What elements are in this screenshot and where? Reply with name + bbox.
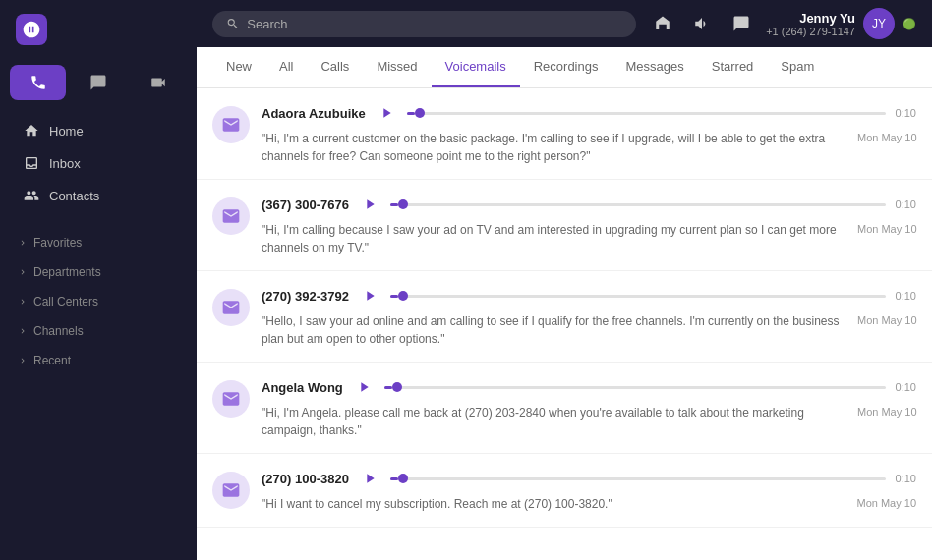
vm-play-button[interactable] (359, 194, 380, 215)
tab-spam[interactable]: Spam (767, 47, 828, 87)
vm-progress-fill (390, 203, 398, 206)
tab-calls[interactable]: Calls (307, 47, 363, 87)
sidebar-tab-group (0, 59, 197, 106)
tab-missed[interactable]: Missed (363, 47, 431, 87)
vm-duration: 0:10 (896, 198, 916, 210)
vm-content: (270) 100-3820 0:10 "Hi I want to cancel… (262, 468, 916, 513)
user-profile[interactable]: Jenny Yu +1 (264) 279-1147 JY 🟢 (766, 8, 916, 39)
vm-header-row: (367) 300-7676 0:10 (262, 194, 916, 215)
logo-area (0, 0, 197, 59)
tab-starred[interactable]: Starred (698, 47, 768, 87)
vm-progress-dot (398, 291, 408, 301)
voicemail-item: (270) 392-3792 0:10 "Hello, I saw your a… (197, 271, 932, 363)
vm-duration: 0:10 (896, 107, 916, 119)
vm-caller-name: (270) 392-3792 (262, 289, 349, 304)
sidebar-section-recent[interactable]: Recent (0, 346, 197, 375)
vm-header-row: Adaora Azubuike 0:10 (262, 102, 916, 124)
vm-play-button[interactable] (353, 376, 375, 398)
search-bar[interactable] (212, 11, 636, 37)
vm-date: Mon May 10 (857, 130, 916, 143)
sidebar-item-inbox-label: Inbox (49, 156, 81, 171)
vm-caller-name: Angela Wong (262, 380, 343, 395)
sidebar-section-channels-label: Channels (33, 324, 84, 338)
tab-chat[interactable] (70, 65, 126, 100)
tab-phone[interactable] (10, 65, 66, 100)
vm-body-row: "Hello, I saw your ad online and am call… (262, 312, 916, 348)
vm-caller-name: Adaora Azubuike (262, 106, 366, 121)
sidebar-section-departments[interactable]: Departments (0, 257, 197, 287)
tab-all[interactable]: All (265, 47, 307, 87)
sidebar-item-inbox[interactable]: Inbox (6, 147, 191, 179)
vm-progress-fill (390, 477, 398, 480)
vm-content: Adaora Azubuike 0:10 "Hi, I'm a current … (262, 102, 916, 165)
main-content: Jenny Yu +1 (264) 279-1147 JY 🟢 New All … (197, 0, 932, 560)
search-icon (226, 17, 239, 30)
vm-progress-bar[interactable] (390, 203, 886, 206)
tab-messages[interactable]: Messages (612, 47, 697, 87)
vm-play-button[interactable] (376, 102, 397, 124)
vm-caller-name: (367) 300-7676 (262, 197, 349, 212)
message-icon[interactable] (727, 9, 756, 38)
vm-date: Mon May 10 (857, 312, 916, 326)
vm-progress-dot (398, 474, 408, 483)
notification-icon[interactable] (648, 9, 677, 38)
vm-progress-bar[interactable] (390, 295, 886, 298)
vm-progress-dot (392, 382, 402, 392)
header-actions: Jenny Yu +1 (264) 279-1147 JY 🟢 (648, 8, 916, 39)
tab-voicemails[interactable]: Voicemails (432, 47, 520, 87)
vm-header-row: (270) 100-3820 0:10 (262, 468, 916, 489)
vm-duration: 0:10 (896, 473, 916, 484)
search-input[interactable] (247, 17, 622, 31)
sidebar-section-recent-label: Recent (33, 354, 71, 367)
vm-avatar (212, 289, 250, 326)
vm-body-row: "Hi, I'm Angela. please call me back at … (262, 404, 916, 439)
vm-progress-bar[interactable] (390, 477, 886, 480)
vm-caller-name: (270) 100-3820 (262, 472, 349, 486)
sidebar-item-home-label: Home (49, 124, 84, 139)
sidebar-item-contacts[interactable]: Contacts (6, 180, 191, 211)
vm-body-row: "Hi I want to cancel my subscription. Re… (262, 495, 916, 513)
vm-date: Mon May 10 (857, 404, 916, 418)
sidebar-section-channels[interactable]: Channels (0, 316, 197, 346)
speaker-icon[interactable] (687, 9, 717, 38)
vm-progress-bar[interactable] (407, 112, 886, 115)
vm-progress-fill (407, 112, 415, 115)
vm-progress-fill (384, 386, 392, 389)
vm-body-row: "Hi, I'm a current customer on the basic… (262, 130, 916, 165)
vm-transcript: "Hi I want to cancel my subscription. Re… (262, 495, 612, 513)
content-tab-bar: New All Calls Missed Voicemails Recordin… (197, 47, 932, 88)
sidebar-item-home[interactable]: Home (6, 115, 191, 146)
vm-transcript: "Hi, I'm a current customer on the basic… (262, 130, 847, 165)
vm-header-row: (270) 392-3792 0:10 (262, 285, 916, 307)
sidebar-section-favorites[interactable]: Favorites (0, 228, 197, 257)
user-name: Jenny Yu (766, 11, 855, 26)
sidebar-section-departments-label: Departments (33, 265, 101, 279)
vm-duration: 0:10 (896, 381, 916, 393)
user-phone: +1 (264) 279-1147 (766, 26, 855, 37)
vm-avatar (212, 106, 250, 143)
sidebar-navigation: Home Inbox Contacts (0, 106, 197, 220)
vm-content: (367) 300-7676 0:10 "Hi, I'm calling bec… (262, 194, 916, 256)
vm-play-button[interactable] (359, 285, 380, 307)
vm-body-row: "Hi, I'm calling because I saw your ad o… (262, 221, 916, 256)
vm-header-row: Angela Wong 0:10 (262, 376, 916, 398)
vm-content: (270) 392-3792 0:10 "Hello, I saw your a… (262, 285, 916, 348)
app-logo (16, 14, 47, 45)
vm-transcript: "Hi, I'm Angela. please call me back at … (262, 404, 847, 439)
vm-play-button[interactable] (359, 468, 380, 489)
vm-duration: 0:10 (896, 290, 916, 302)
tab-new[interactable]: New (212, 47, 265, 87)
tab-video[interactable] (131, 65, 187, 100)
voicemail-item: Adaora Azubuike 0:10 "Hi, I'm a current … (197, 88, 932, 180)
vm-content: Angela Wong 0:10 "Hi, I'm Angela. please… (262, 376, 916, 439)
vm-date: Mon May 10 (857, 221, 916, 235)
vm-progress-fill (390, 295, 398, 298)
sidebar-section-call-centers-label: Call Centers (33, 295, 98, 308)
sidebar-section-call-centers[interactable]: Call Centers (0, 287, 197, 316)
tab-recordings[interactable]: Recordings (520, 47, 612, 87)
voicemail-item: Angela Wong 0:10 "Hi, I'm Angela. please… (197, 363, 932, 454)
vm-avatar (212, 197, 250, 235)
vm-progress-dot (398, 199, 408, 209)
voicemail-list: Adaora Azubuike 0:10 "Hi, I'm a current … (197, 88, 932, 560)
vm-progress-bar[interactable] (384, 386, 886, 389)
